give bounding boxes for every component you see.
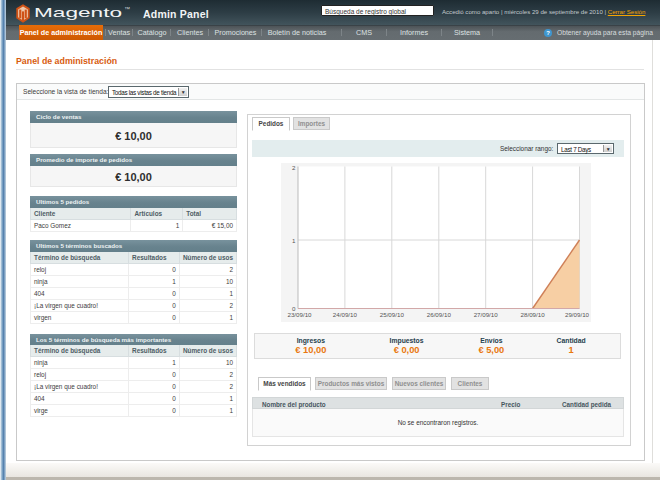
svg-text:24/09/10: 24/09/10: [333, 311, 358, 318]
svg-text:Magento: Magento: [34, 5, 122, 20]
svg-text:27/09/10: 27/09/10: [474, 311, 499, 318]
svg-text:2: 2: [292, 164, 296, 171]
svg-text:26/09/10: 26/09/10: [427, 311, 452, 318]
svg-text:23/09/10: 23/09/10: [287, 311, 312, 318]
svg-text:1: 1: [292, 237, 296, 244]
svg-text:25/09/10: 25/09/10: [380, 311, 405, 318]
svg-text:29/09/10: 29/09/10: [565, 311, 590, 318]
svg-text:28/09/10: 28/09/10: [521, 311, 546, 318]
